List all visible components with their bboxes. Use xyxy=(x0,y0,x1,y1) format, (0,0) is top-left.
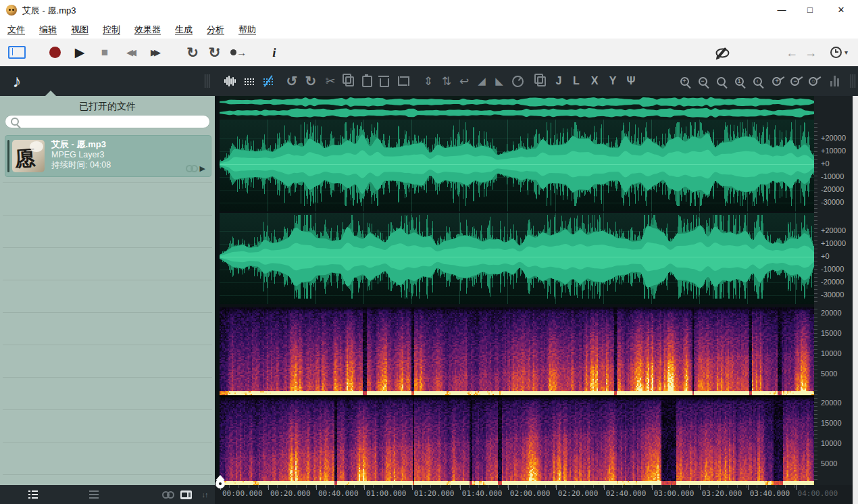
drag-handle-icon xyxy=(205,74,209,88)
frequency-ruler-label: 15000 xyxy=(821,329,842,337)
minimize-button[interactable]: — xyxy=(772,3,792,18)
file-play-button[interactable]: ▶ xyxy=(200,164,205,173)
fade-out-button[interactable]: ◣ xyxy=(490,66,508,96)
undo-button[interactable]: ↺ xyxy=(282,66,301,96)
menu-analyze[interactable]: 分析 xyxy=(200,21,231,39)
paste-button[interactable] xyxy=(358,66,376,96)
files-sidebar: 已打开的文件 愿 艾辰 - 愿.mp3 MPEG Layer3 持续时间: 04… xyxy=(0,96,215,485)
amplitude-frequency-ruler: +20000+10000+0-10000-20000-30000+20000+1… xyxy=(814,96,853,485)
file-search-box[interactable] xyxy=(5,115,210,128)
reverse-button[interactable]: ↩ xyxy=(455,66,473,96)
loop-button[interactable]: ↻ xyxy=(182,39,203,66)
drag-handle-icon xyxy=(851,74,855,88)
swap-channels-icon: X xyxy=(591,75,599,87)
zoom-one-to-one-button[interactable]: 1 xyxy=(730,66,748,96)
status-bar: ↓↑ xyxy=(0,485,215,504)
channel-merge-button[interactable]: Y xyxy=(604,66,622,96)
overview-strip[interactable] xyxy=(220,96,814,120)
zoom-out-button[interactable]: − xyxy=(694,66,711,96)
list-view-button[interactable] xyxy=(24,485,42,504)
gain-button[interactable] xyxy=(508,66,527,96)
play-button[interactable]: ▶ xyxy=(70,39,89,66)
sidebar-toggle-icon xyxy=(8,46,26,59)
toolbar-drag-handle[interactable] xyxy=(203,66,211,96)
delete-button[interactable] xyxy=(376,66,393,96)
link-icon xyxy=(162,491,170,499)
copy-button[interactable] xyxy=(340,66,358,96)
arrow-right-icon: → xyxy=(236,47,247,57)
waveform-view-icon xyxy=(224,76,236,86)
sort-button[interactable]: ↓↑ xyxy=(196,485,213,504)
normalize-button[interactable]: ⇅ xyxy=(438,66,455,96)
search-input[interactable] xyxy=(19,116,209,128)
vertical-zoom-reset-button[interactable]: ○ xyxy=(804,66,822,96)
channel-curve-down-button[interactable]: L xyxy=(567,66,585,96)
waveform-view-button[interactable] xyxy=(220,66,239,96)
maximize-button[interactable]: □ xyxy=(800,3,820,18)
toolbar-drag-handle-right[interactable] xyxy=(849,66,857,96)
loop-selection-button[interactable]: ↻● xyxy=(204,39,224,66)
vertical-zoom-out-button[interactable]: − xyxy=(786,66,803,96)
amplify-button[interactable]: ⇕ xyxy=(419,66,438,96)
duplicate-button[interactable] xyxy=(532,66,550,96)
link-icon xyxy=(186,165,193,172)
time-axis[interactable]: 00:00.00000:20.00000:40.00001:00.00001:2… xyxy=(215,485,853,504)
toggle-sidebar-button[interactable] xyxy=(7,39,27,66)
forward-arrow-icon: → xyxy=(805,47,817,59)
list-divider xyxy=(3,442,212,443)
menu-control[interactable]: 控制 xyxy=(96,21,127,39)
time-label: 03:00.000 xyxy=(654,489,695,498)
sidebar-notch xyxy=(45,91,57,97)
zoom-in-button[interactable]: + xyxy=(676,66,693,96)
navigate-back-button[interactable]: ← xyxy=(782,39,801,66)
navigate-forward-button[interactable]: → xyxy=(801,39,820,66)
record-button[interactable] xyxy=(46,39,64,66)
files-tab[interactable]: ♪ xyxy=(7,66,27,96)
stop-button[interactable]: ■ xyxy=(96,39,113,66)
combined-view-button[interactable] xyxy=(258,66,277,96)
history-button[interactable]: ▾ xyxy=(827,39,851,66)
stop-icon: ■ xyxy=(101,47,108,58)
app-icon xyxy=(6,5,17,16)
list-divider xyxy=(3,409,212,410)
cut-button[interactable]: ✂ xyxy=(322,66,339,96)
menu-generate[interactable]: 生成 xyxy=(168,21,199,39)
show-thumbnails-button[interactable] xyxy=(177,485,195,504)
edit-tool-button[interactable] xyxy=(711,39,734,66)
history-clock-icon xyxy=(830,47,842,58)
rewind-button[interactable]: ◀◀ xyxy=(118,39,142,66)
levels-button[interactable] xyxy=(827,66,844,96)
ruler-ticks xyxy=(814,123,817,305)
copy-icon xyxy=(345,76,354,86)
frequency-ruler-label: 5000 xyxy=(821,459,837,468)
vertical-zoom-in-button[interactable]: + xyxy=(767,66,785,96)
channel-curve-up-button[interactable]: J xyxy=(550,66,567,96)
file-name: 艾辰 - 愿.mp3 xyxy=(51,139,111,150)
menu-effects[interactable]: 效果器 xyxy=(128,21,168,39)
menu-file[interactable]: 文件 xyxy=(1,21,32,39)
combined-view-icon xyxy=(263,77,273,86)
right-scroll-strip[interactable] xyxy=(853,96,858,504)
file-list-item[interactable]: 愿 艾辰 - 愿.mp3 MPEG Layer3 持续时间: 04:08 ▶ xyxy=(5,135,211,177)
info-button[interactable]: i xyxy=(265,39,284,66)
close-button[interactable]: ✕ xyxy=(831,3,851,18)
menu-view[interactable]: 视图 xyxy=(64,21,95,39)
fade-in-button[interactable]: ◢ xyxy=(473,66,490,96)
redo-button[interactable]: ↻ xyxy=(301,66,320,96)
channel-swap-button[interactable]: X xyxy=(585,66,604,96)
zoom-selection-button[interactable] xyxy=(712,66,730,96)
menu-edit[interactable]: 编辑 xyxy=(32,21,64,39)
menu-help[interactable]: 帮助 xyxy=(232,21,263,39)
trim-button[interactable] xyxy=(393,66,412,96)
compact-view-button[interactable] xyxy=(85,485,103,504)
spectrogram-view-button[interactable] xyxy=(239,66,258,96)
fast-forward-button[interactable]: ▶▶ xyxy=(142,39,166,66)
play-from-cursor-button[interactable]: → xyxy=(227,39,250,66)
waveform-canvas[interactable] xyxy=(220,120,814,304)
channel-split-button[interactable]: Ψ xyxy=(622,66,640,96)
link-files-button[interactable] xyxy=(157,485,174,504)
zoom-previous-button[interactable]: ‹ xyxy=(749,66,766,96)
spectrogram-canvas[interactable] xyxy=(220,307,814,485)
split-channels-icon: Ψ xyxy=(627,75,636,87)
playhead-marker[interactable] xyxy=(216,475,225,489)
